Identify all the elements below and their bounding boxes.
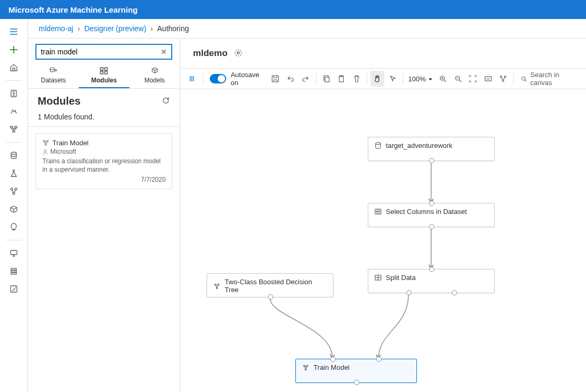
zoom-in-icon[interactable] — [436, 71, 450, 87]
svg-rect-12 — [11, 286, 17, 292]
automl-icon[interactable] — [3, 103, 24, 120]
refresh-icon[interactable] — [162, 96, 170, 106]
select-arrow-icon[interactable] — [385, 71, 399, 87]
svg-rect-10 — [11, 270, 16, 272]
datasets-icon[interactable] — [3, 147, 24, 164]
svg-point-5 — [11, 188, 13, 190]
svg-point-13 — [50, 68, 54, 70]
app-title-bar: Microsoft Azure Machine Learning — [0, 0, 586, 19]
clear-icon[interactable]: ✕ — [161, 48, 167, 56]
svg-rect-17 — [105, 71, 107, 74]
svg-point-42 — [305, 369, 306, 370]
plus-icon[interactable] — [3, 41, 24, 58]
notebook-icon[interactable] — [3, 85, 24, 102]
svg-rect-9 — [11, 268, 16, 270]
datastores-icon[interactable] — [3, 263, 24, 279]
pipelines-icon[interactable] — [3, 183, 24, 200]
svg-rect-11 — [11, 273, 16, 274]
auto-arrange-icon[interactable] — [496, 71, 510, 87]
node-train-model[interactable]: Train Model — [295, 359, 417, 383]
connections — [180, 89, 586, 392]
actual-size-icon[interactable] — [481, 71, 495, 87]
svg-point-21 — [44, 150, 46, 152]
svg-rect-29 — [485, 77, 491, 81]
pan-hand-icon[interactable] — [370, 71, 384, 87]
svg-point-4 — [11, 152, 16, 154]
search-canvas[interactable]: Search in canvas — [517, 71, 581, 87]
chevron-right-icon: › — [151, 24, 153, 33]
svg-rect-23 — [272, 76, 278, 82]
fit-screen-icon[interactable] — [466, 71, 480, 87]
chevron-right-icon: › — [78, 24, 80, 33]
svg-point-32 — [502, 80, 504, 82]
copy-icon[interactable] — [320, 71, 333, 87]
asset-tab-row: Datasets Modules Models — [28, 63, 180, 89]
zoom-out-icon[interactable] — [451, 71, 464, 87]
autosave-toggle[interactable] — [210, 74, 227, 83]
labeling-icon[interactable] — [3, 281, 24, 297]
models-icon[interactable] — [3, 201, 24, 218]
module-search-box[interactable]: ✕ — [35, 44, 172, 60]
svg-rect-24 — [325, 77, 329, 82]
settings-gear-icon[interactable] — [234, 49, 243, 59]
designer-icon[interactable] — [3, 121, 24, 138]
node-split-data[interactable]: Split Data — [368, 269, 495, 293]
svg-rect-25 — [339, 76, 343, 82]
breadcrumb-current: Authoring — [157, 24, 189, 33]
expand-panel-icon[interactable] — [185, 71, 199, 87]
paste-icon[interactable] — [334, 71, 348, 87]
undo-icon[interactable] — [284, 71, 297, 87]
breadcrumb-mid[interactable]: Designer (preview) — [84, 24, 146, 33]
breadcrumb-root[interactable]: mldemo-aj — [39, 24, 73, 33]
svg-rect-15 — [105, 68, 107, 70]
autosave-label: Autosave on — [230, 71, 264, 87]
home-icon[interactable] — [3, 59, 24, 76]
svg-point-20 — [45, 144, 46, 145]
pipeline-canvas[interactable]: target_adventurework Select Columns in D… — [180, 89, 586, 392]
module-card-train-model[interactable]: Train Model Microsoft Trains a classific… — [35, 133, 172, 189]
svg-rect-1 — [11, 126, 13, 128]
zoom-level[interactable]: 100% — [406, 75, 435, 83]
tab-modules[interactable]: Modules — [79, 63, 129, 88]
svg-point-39 — [216, 287, 218, 288]
modules-found-text: 1 Modules found. — [28, 109, 180, 127]
svg-rect-3 — [13, 130, 15, 132]
breadcrumb: mldemo-aj › Designer (preview) › Authori… — [28, 19, 586, 38]
delete-icon[interactable] — [349, 71, 363, 87]
canvas-area: mldemo Autosave on — [180, 39, 586, 392]
module-search-input[interactable] — [41, 48, 161, 56]
left-nav — [0, 19, 28, 392]
tab-datasets[interactable]: Datasets — [28, 63, 79, 88]
svg-point-6 — [15, 188, 17, 190]
experiments-icon[interactable] — [3, 165, 24, 182]
svg-point-22 — [237, 52, 239, 54]
hamburger-icon[interactable] — [3, 23, 24, 40]
node-two-class-boosted[interactable]: Two-Class Boosted Decision Tree — [207, 273, 333, 297]
tab-models[interactable]: Models — [129, 63, 180, 88]
svg-point-7 — [13, 192, 15, 194]
svg-point-33 — [522, 77, 526, 80]
endpoints-icon[interactable] — [3, 219, 24, 236]
node-select-columns[interactable]: Select Columns in Dataset — [368, 203, 495, 227]
panel-heading: Modules — [38, 95, 80, 107]
svg-point-34 — [376, 143, 380, 145]
svg-rect-16 — [100, 71, 103, 74]
redo-icon[interactable] — [299, 71, 312, 87]
module-side-panel: ✕ Datasets Modules Models — [28, 39, 180, 392]
svg-rect-2 — [15, 126, 17, 128]
pipeline-name: mldemo — [193, 48, 227, 59]
save-icon[interactable] — [268, 71, 282, 87]
app-title: Microsoft Azure Machine Learning — [8, 5, 137, 14]
svg-rect-8 — [11, 250, 17, 255]
canvas-toolbar: Autosave on 100% — [180, 68, 586, 89]
svg-rect-14 — [100, 68, 103, 70]
compute-icon[interactable] — [3, 245, 24, 262]
node-target-adventurework[interactable]: target_adventurework — [368, 137, 495, 161]
